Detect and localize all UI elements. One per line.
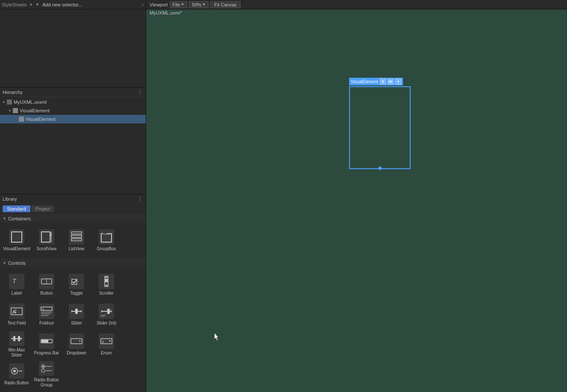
lib-item-gb-label: GroupBox	[97, 246, 116, 252]
lib-item-textfield[interactable]: A Text Field	[2, 300, 32, 330]
library-section: Library ⋮ Standard Project ▼ Containers	[0, 194, 146, 392]
lib-item-groupbox[interactable]: GrpBox GroupBox	[91, 225, 121, 255]
lib-item-slider-int-label: Slider (Int)	[97, 321, 116, 326]
hierarchy-root-item[interactable]: ▼ MyUXML.uxxml	[0, 98, 146, 106]
hierarchy-menu-button[interactable]: ⋮	[137, 89, 143, 95]
svg-rect-0	[12, 232, 22, 242]
library-content: ▼ Containers VisualElement	[0, 214, 146, 392]
stylesheets-header: StyleSheets + ▼ Add new selector... ≡	[0, 0, 146, 9]
stylesheets-menu-btn[interactable]: ≡	[141, 2, 144, 7]
svg-point-48	[13, 370, 16, 372]
ve1-icon	[13, 108, 18, 113]
top-bar: StyleSheets + ▼ Add new selector... ≡ Vi…	[0, 0, 567, 9]
svg-point-51	[42, 366, 44, 367]
zoom-button[interactable]: 50% ▼	[189, 1, 209, 8]
canvas-visual-element[interactable]: VisualElement	[349, 86, 411, 169]
left-panel: Hierarchy ⋮ ▼ MyUXML.uxxml ▼ VisualEleme…	[0, 9, 146, 392]
lib-item-tf-label: Text Field	[8, 321, 26, 326]
hierarchy-title: Hierarchy	[3, 90, 23, 95]
lib-item-dropdown[interactable]: Dropdown	[62, 330, 91, 360]
ve2-expand-icon: ▶	[13, 116, 19, 122]
progress-bar-icon	[39, 333, 54, 349]
textfield-icon: A	[9, 304, 24, 319]
svg-marker-62	[214, 333, 218, 340]
lib-item-listview[interactable]: ListView	[62, 225, 91, 255]
svg-text:A: A	[12, 309, 16, 314]
root-icon	[7, 99, 12, 105]
svg-rect-4	[71, 232, 82, 234]
hierarchy-header: Hierarchy ⋮	[0, 88, 146, 97]
hierarchy-tree: ▼ MyUXML.uxxml ▼ VisualElement ▶ VisualE…	[0, 97, 146, 194]
dropdown-arrow-icon: ▼	[35, 2, 39, 7]
lib-item-slider-label: Slider	[71, 321, 82, 326]
lib-item-foldout[interactable]: Foldout	[32, 300, 62, 330]
lib-item-visual-element[interactable]: VisualElement	[2, 225, 32, 255]
lib-item-radio-button-group[interactable]: Radio Button Group	[32, 360, 62, 389]
lib-item-toggle[interactable]: Toggle	[62, 270, 91, 300]
category-controls-header[interactable]: ▼ Controls	[0, 259, 146, 267]
svg-rect-3	[50, 233, 51, 236]
controls-expand-icon: ▼	[3, 261, 6, 265]
hierarchy-item-ve2[interactable]: ▶ VisualElement	[0, 115, 146, 123]
canvas-area[interactable]: MyUXML.uxmi* VisualElement	[146, 9, 567, 392]
svg-rect-36	[13, 336, 15, 341]
ve-resize-handle[interactable]	[378, 167, 382, 170]
lib-item-progress-bar[interactable]: Progress Bar	[32, 330, 62, 360]
scrollview-icon	[39, 229, 54, 245]
file-label: File	[173, 2, 180, 7]
svg-marker-29	[80, 310, 82, 313]
lib-item-label[interactable]: T Label	[2, 270, 32, 300]
canvas-tab[interactable]: MyUXML.uxmi*	[146, 9, 186, 17]
hierarchy-root-label: MyUXML.uxxml	[14, 99, 47, 105]
tab-standard[interactable]: Standard	[3, 205, 30, 212]
lib-item-rb-label: Radio Button	[4, 380, 29, 386]
lib-item-scroller[interactable]: Scroller	[91, 270, 121, 300]
tab-project[interactable]: Project	[31, 205, 54, 212]
lib-item-scroller-label: Scroller	[99, 291, 114, 296]
svg-text:T: T	[12, 278, 17, 284]
svg-rect-27	[75, 309, 78, 314]
ve2-icon	[19, 117, 24, 122]
groupbox-icon: GrpBox	[99, 229, 114, 245]
svg-text:INT: INT	[101, 314, 106, 317]
visual-element-header: VisualElement	[349, 78, 403, 85]
lib-item-ve-label: VisualElement	[3, 246, 30, 252]
lib-item-scrollview[interactable]: ScrollView	[32, 225, 62, 255]
cursor-indicator	[214, 333, 220, 341]
ve-btn-2[interactable]	[388, 79, 394, 85]
library-title: Library	[3, 196, 17, 202]
lib-item-radio-button[interactable]: Radio Button	[2, 360, 32, 389]
svg-text:GrpBox: GrpBox	[103, 233, 110, 235]
lib-item-pb-label: Progress Bar	[34, 351, 59, 356]
label-icon: T	[9, 274, 24, 289]
lib-item-slider-int[interactable]: INT Slider (Int)	[91, 300, 121, 330]
viewport-label: Viewport	[150, 2, 168, 7]
zoom-label: 50%	[192, 2, 201, 7]
ve-btn-3[interactable]	[395, 79, 401, 85]
lib-item-label-label: Label	[12, 291, 22, 296]
controls-grid: T Label	[0, 267, 146, 392]
canvas-tab-label: MyUXML.uxmi*	[150, 10, 182, 15]
viewport-area: MyUXML.uxmi* VisualElement	[146, 9, 567, 392]
svg-rect-59	[391, 81, 392, 82]
ve-btn-1[interactable]	[380, 79, 386, 85]
lib-item-toggle-label: Toggle	[70, 291, 82, 296]
lib-item-button[interactable]: Button	[32, 270, 62, 300]
tab-standard-label: Standard	[7, 206, 26, 211]
fit-canvas-button[interactable]: Fit Canvas	[210, 1, 241, 8]
hierarchy-item-ve1[interactable]: ▼ VisualElement	[0, 106, 146, 115]
lib-item-slider[interactable]: Slider	[62, 300, 91, 330]
ve2-label: VisualElement	[26, 117, 56, 122]
lib-item-lv-label: ListView	[68, 246, 84, 252]
library-menu-button[interactable]: ⋮	[137, 196, 143, 202]
file-button[interactable]: File ▼	[170, 1, 188, 8]
file-dropdown-icon: ▼	[181, 3, 184, 6]
lib-item-enum[interactable]: E Enum	[91, 330, 121, 360]
zoom-dropdown-icon: ▼	[202, 3, 206, 6]
add-selector-button[interactable]: + ▼ Add new selector...	[29, 1, 82, 8]
visual-element-icon	[9, 229, 24, 245]
lib-item-sv-label: ScrollView	[37, 246, 57, 252]
lib-item-minmax-slider[interactable]: Min-Max Slider	[2, 330, 32, 360]
lib-item-mm-slider-label: Min-Max Slider	[3, 348, 31, 358]
category-containers-header[interactable]: ▼ Containers	[0, 214, 146, 223]
